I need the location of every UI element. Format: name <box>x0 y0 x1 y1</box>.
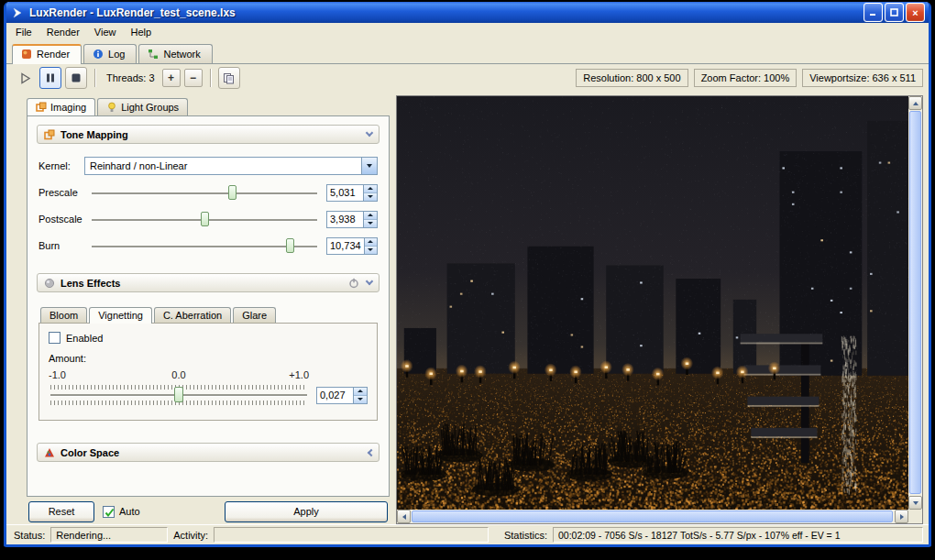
scroll-up-button[interactable] <box>908 96 922 110</box>
remove-thread-button[interactable]: − <box>184 69 203 87</box>
prescale-slider[interactable] <box>90 184 319 201</box>
zoom-factor-info: Zoom Factor: 100% <box>694 69 798 87</box>
tab-light-groups[interactable]: Light Groups <box>97 98 188 115</box>
amount-spin-down[interactable] <box>354 396 367 403</box>
burn-spinbox[interactable]: 10,734 <box>326 237 378 255</box>
kernel-select[interactable]: Reinhard / non-Linear <box>84 157 378 175</box>
copy-to-clipboard-button[interactable] <box>218 67 240 89</box>
postscale-row: Postscale 3,938 <box>38 210 378 228</box>
prescale-spinbox[interactable]: 5,031 <box>326 184 378 202</box>
postscale-spinbox[interactable]: 3,938 <box>326 211 378 228</box>
auto-row: Auto <box>103 506 140 518</box>
burn-row: Burn 10,734 <box>38 236 378 255</box>
tone-mapping-icon <box>44 129 55 140</box>
apply-button[interactable]: Apply <box>225 501 388 522</box>
combo-arrow-icon <box>361 158 377 174</box>
vertical-scrollbar[interactable] <box>908 96 922 510</box>
burn-slider[interactable] <box>90 237 319 254</box>
add-thread-button[interactable]: + <box>162 69 181 87</box>
info-icon <box>93 49 104 60</box>
postscale-spin-up[interactable] <box>364 212 377 220</box>
network-icon <box>148 49 159 60</box>
prescale-spin-up[interactable] <box>364 185 377 193</box>
tab-bloom[interactable]: Bloom <box>40 307 87 323</box>
menu-view[interactable]: View <box>87 25 124 39</box>
prescale-row: Prescale 5,031 <box>38 183 378 202</box>
status-value: Rendering... <box>50 527 168 543</box>
menu-file[interactable]: File <box>8 25 39 39</box>
play-button[interactable] <box>14 67 36 89</box>
auto-checkbox[interactable] <box>103 506 115 518</box>
toolbar-separator <box>94 69 95 87</box>
auto-label: Auto <box>119 506 140 517</box>
power-icon[interactable] <box>348 278 359 289</box>
scale-min-label: -1.0 <box>49 369 66 380</box>
burn-value[interactable]: 10,734 <box>327 238 364 254</box>
color-space-header[interactable]: Color Space <box>37 443 380 462</box>
tab-glare[interactable]: Glare <box>233 307 276 323</box>
scale-mid-label: 0.0 <box>171 369 185 380</box>
titlebar[interactable]: LuxRender - LuxRender_test_scene.lxs × <box>6 2 929 23</box>
tab-network[interactable]: Network <box>138 44 212 63</box>
kernel-label: Kernel: <box>38 160 77 171</box>
postscale-label: Postscale <box>38 214 82 225</box>
settings-footer: Reset Auto Apply <box>27 497 390 524</box>
amount-spin-up[interactable] <box>354 388 367 396</box>
burn-slider-thumb[interactable] <box>286 238 294 253</box>
render-icon <box>21 49 32 60</box>
kernel-row: Kernel: Reinhard / non-Linear <box>38 157 378 175</box>
pause-button[interactable] <box>39 67 61 89</box>
settings-tabbar: Imaging Light Groups <box>27 95 390 115</box>
main-tabbar: Render Log Network <box>6 40 929 64</box>
amount-slider[interactable] <box>49 383 309 407</box>
scroll-left-button[interactable] <box>397 510 411 523</box>
amount-value[interactable]: 0,027 <box>317 388 353 403</box>
amount-label: Amount: <box>49 353 368 364</box>
imaging-panel: Tone Mapping Kernel: Reinhard / non-Line… <box>27 115 390 497</box>
horizontal-scrollbar[interactable] <box>397 510 908 523</box>
burn-spin-down[interactable] <box>365 247 377 254</box>
scroll-right-button[interactable] <box>895 510 908 523</box>
postscale-slider-thumb[interactable] <box>201 212 209 226</box>
menu-render[interactable]: Render <box>39 25 87 39</box>
vignetting-panel: Enabled Amount: -1.0 0.0 +1.0 <box>38 323 378 421</box>
toolbar-separator-2 <box>210 69 211 87</box>
reset-button[interactable]: Reset <box>28 501 94 522</box>
scroll-down-button[interactable] <box>908 496 922 510</box>
color-space-title: Color Space <box>60 447 119 458</box>
threads-label: Threads: 3 <box>106 72 155 83</box>
postscale-spin-down[interactable] <box>364 220 377 227</box>
postscale-value[interactable]: 3,938 <box>327 212 363 227</box>
window-title: LuxRender - LuxRender_test_scene.lxs <box>29 6 859 19</box>
toolbar: Threads: 3 + − Resolution: 800 x 500 Zoo… <box>6 64 929 92</box>
stop-button[interactable] <box>65 67 87 89</box>
maximize-button[interactable] <box>885 3 904 22</box>
prescale-spin-down[interactable] <box>364 193 377 201</box>
tab-log[interactable]: Log <box>83 44 137 63</box>
postscale-slider[interactable] <box>90 211 319 227</box>
tab-imaging[interactable]: Imaging <box>27 98 95 116</box>
app-icon <box>10 5 25 20</box>
prescale-value[interactable]: 5,031 <box>327 185 363 201</box>
chevron-down-icon <box>366 129 373 137</box>
menu-help[interactable]: Help <box>123 25 159 39</box>
amount-slider-thumb[interactable] <box>174 387 183 402</box>
vertical-scrollbar-thumb[interactable] <box>909 111 921 494</box>
burn-spin-up[interactable] <box>365 238 377 247</box>
render-viewport <box>396 95 923 524</box>
prescale-slider-thumb[interactable] <box>228 185 236 200</box>
tab-render[interactable]: Render <box>12 44 82 64</box>
burn-label: Burn <box>38 240 82 251</box>
tone-mapping-header[interactable]: Tone Mapping <box>37 125 380 144</box>
tab-c-aberration[interactable]: C. Aberration <box>154 307 231 323</box>
horizontal-scrollbar-thumb[interactable] <box>412 511 893 522</box>
statistics-label: Statistics: <box>502 530 549 541</box>
tab-vignetting[interactable]: Vignetting <box>89 307 152 324</box>
lens-effects-header[interactable]: Lens Effects <box>37 273 380 292</box>
prescale-slider-track[interactable] <box>92 192 317 194</box>
enabled-checkbox[interactable] <box>49 332 60 344</box>
close-button[interactable]: × <box>906 3 925 22</box>
amount-spinbox[interactable]: 0,027 <box>316 387 368 404</box>
burn-slider-track[interactable] <box>92 246 317 247</box>
minimize-button[interactable] <box>864 3 883 22</box>
